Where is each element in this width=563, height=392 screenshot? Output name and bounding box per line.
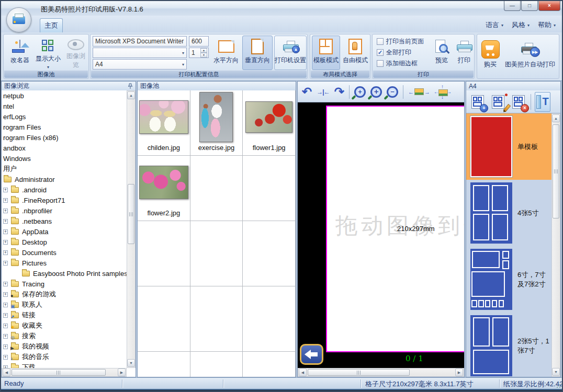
scroll-up-icon[interactable]: ▲ [552, 114, 560, 122]
tab-home[interactable]: 主页 [40, 18, 63, 32]
pool-cell[interactable] [190, 286, 243, 352]
scroll-right-icon[interactable]: ▶ [118, 368, 126, 376]
checkbox-print-current-page[interactable]: ✓ 打印当前页面 [377, 36, 424, 47]
tree-item[interactable]: + 链接 [2, 310, 127, 320]
rotate-left-icon[interactable]: ↶ [302, 86, 312, 98]
zoom-out-icon[interactable]: − [387, 86, 398, 98]
tree-item[interactable]: + .FineReport71 [2, 195, 127, 205]
printer-select-combo[interactable]: ▾ [93, 48, 187, 58]
checkbox-add-thin-border[interactable]: ✓ 添加细边框 [377, 58, 424, 69]
preview-horizontal-scrollbar[interactable]: ◀ ▶ [298, 368, 464, 377]
scroll-down-icon[interactable]: ▼ [552, 368, 560, 376]
pool-cell[interactable] [190, 352, 243, 377]
scroll-right-icon[interactable]: ▶ [455, 368, 463, 376]
photo-thumbnail[interactable] [199, 92, 233, 142]
copies-stepper[interactable]: 1 ▲▼ [189, 48, 209, 58]
expander-icon[interactable]: + [3, 198, 8, 203]
menu-help[interactable]: 帮助▾ [538, 20, 556, 30]
tree-item[interactable]: + netpub [2, 90, 127, 101]
buy-button[interactable]: 购买 [479, 37, 501, 74]
expander-icon[interactable]: + [3, 344, 8, 349]
rename-tool-button[interactable]: 改名器 [7, 36, 33, 70]
pool-cell[interactable] [138, 286, 190, 352]
pool-cell[interactable] [243, 286, 296, 352]
expander-icon[interactable]: + [3, 219, 8, 224]
tree-item[interactable]: + ntel [2, 101, 127, 111]
template-mode-button[interactable]: 模板模式 [312, 36, 340, 70]
tree-item[interactable]: + .netbeans [2, 216, 127, 226]
spin-up-icon[interactable]: ▲ [200, 48, 207, 53]
paper-page[interactable]: 拖动图像到这 210x297mm [326, 106, 464, 352]
template-item-4x5inch[interactable]: 4张5寸 [466, 180, 551, 246]
tree-item[interactable]: + rogram Files [2, 122, 127, 132]
expander-icon[interactable]: + [3, 209, 8, 213]
menu-style[interactable]: 风格▾ [512, 20, 530, 30]
scrollbar-thumb[interactable] [128, 184, 134, 244]
pool-cell[interactable]: flower2.jpg [138, 156, 190, 221]
expander-icon[interactable]: + [3, 282, 8, 286]
scroll-up-icon[interactable]: ▲ [127, 91, 135, 99]
pool-cell[interactable] [138, 221, 190, 286]
add-template-button[interactable]: + [469, 93, 486, 111]
tree-item[interactable]: + 下载 [2, 362, 127, 368]
checkbox-print-all[interactable]: ✓ 全部打印 [377, 47, 424, 58]
scroll-down-icon[interactable]: ▼ [127, 359, 135, 367]
fit-page-icon[interactable]: ↑← →↓ [435, 84, 451, 100]
tree-item[interactable]: + Desktop [2, 237, 127, 247]
pool-cell[interactable]: exercise.jpg [190, 90, 243, 156]
tree-item[interactable]: + Windows [2, 153, 127, 164]
template-item-single[interactable]: 单模板 [466, 113, 551, 180]
expander-icon[interactable]: + [3, 313, 8, 318]
expander-icon[interactable]: + [3, 261, 8, 266]
pool-cell[interactable] [243, 221, 296, 286]
tree-item[interactable]: + Tracing [2, 279, 127, 289]
resize-grip[interactable] [555, 382, 561, 389]
app-menu-button[interactable] [6, 7, 31, 32]
portrait-button[interactable]: 垂直方向 [242, 36, 273, 70]
pool-cell[interactable]: childen.jpg [138, 90, 190, 156]
scrollbar-thumb[interactable] [12, 369, 106, 376]
tree-item[interactable]: + .nbprofiler [2, 205, 127, 216]
expander-icon[interactable]: + [3, 229, 8, 234]
previous-page-button[interactable] [300, 344, 323, 365]
dpi-field[interactable]: 600 [189, 36, 209, 47]
menu-language[interactable]: 语言▾ [486, 20, 503, 30]
scrollbar-thumb[interactable] [308, 369, 410, 376]
tree-item[interactable]: + Easyboost Photo Print samples [2, 268, 127, 279]
minimize-button[interactable]: — [504, 1, 521, 11]
pool-cell[interactable]: flower1.jpg [243, 90, 296, 156]
edit-template-button[interactable] [490, 93, 506, 111]
restore-button[interactable]: □ [521, 1, 538, 11]
photo-thumbnail[interactable] [139, 166, 188, 199]
delete-template-button[interactable]: × [510, 93, 527, 111]
display-size-button[interactable]: 显示大小 ▾ [34, 36, 62, 70]
tree-item[interactable]: + 保存的游戏 [2, 289, 127, 299]
tree-item[interactable]: + Documents [2, 247, 127, 258]
expander-icon[interactable]: + [3, 292, 8, 297]
tree-item[interactable]: + 收藏夹 [2, 320, 127, 331]
template-item-mixed[interactable]: 6寸，7寸及7张2寸 [466, 246, 551, 313]
text-tool-button[interactable]: T [535, 92, 550, 112]
expander-icon[interactable]: + [3, 250, 8, 255]
tree-item[interactable]: + 用户 [2, 164, 127, 174]
photo-thumbnail[interactable] [245, 101, 292, 133]
auto-print-button[interactable]: ▶▶ 图美照片自动打印 [502, 37, 558, 74]
print-button[interactable]: 打印 [454, 36, 474, 70]
pin-icon[interactable] [128, 83, 133, 89]
tree-item[interactable]: + Pictures [2, 258, 127, 268]
tree-item[interactable]: + 搜索 [2, 331, 127, 341]
expander-icon[interactable]: + [3, 334, 8, 339]
tree-vertical-scrollbar[interactable]: ▲ ▼ [127, 90, 136, 368]
flip-horizontal-icon[interactable]: →|← [317, 88, 329, 96]
tree-item[interactable]: + .android [2, 185, 127, 195]
expander-icon[interactable]: + [3, 188, 8, 192]
pool-cell[interactable] [138, 352, 190, 377]
expander-icon[interactable]: + [3, 303, 8, 307]
tree-item[interactable]: + erfLogs [2, 111, 127, 122]
pool-cell[interactable] [190, 221, 243, 286]
template-item-two-one[interactable]: 2张5寸，1张7寸 [466, 313, 551, 377]
tree-item[interactable]: + 联系人 [2, 299, 127, 310]
zoom-in-icon[interactable]: + [354, 86, 366, 98]
zoom-fit-icon[interactable]: ✛ [370, 86, 382, 98]
tree-item[interactable]: + Administrator [2, 174, 127, 185]
